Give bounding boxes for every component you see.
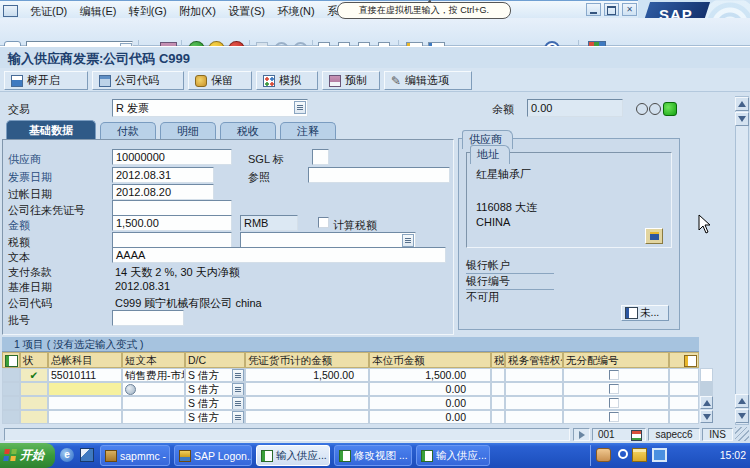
- cell-dc[interactable]: S 借方: [185, 396, 245, 410]
- system-menu-icon[interactable]: [3, 5, 18, 17]
- company-code-button[interactable]: 公司代码: [92, 71, 184, 90]
- cell-local-amount[interactable]: 0.00: [369, 396, 491, 410]
- cell-jurisdiction[interactable]: [505, 410, 563, 424]
- row-status-cell[interactable]: [20, 382, 48, 396]
- assignment-checkbox[interactable]: [609, 370, 619, 380]
- col-doc-amount[interactable]: 凭证货币计的金额: [245, 352, 369, 368]
- park-button[interactable]: 预制: [322, 71, 380, 90]
- cell-dc[interactable]: S 借方: [185, 382, 245, 396]
- cell-short-text[interactable]: [122, 396, 185, 410]
- row-selector[interactable]: [2, 368, 20, 382]
- cell-short-text[interactable]: [122, 410, 185, 424]
- open-items-button[interactable]: 未...: [621, 305, 669, 321]
- cell-account[interactable]: [48, 410, 122, 424]
- tab-details[interactable]: 明细: [160, 122, 216, 139]
- task-change-view[interactable]: 修改视图 ...: [334, 445, 412, 466]
- cell-tax[interactable]: [491, 382, 505, 396]
- tray-status-icon[interactable]: [618, 449, 628, 459]
- tray-monitor-icon[interactable]: [652, 448, 667, 462]
- cell-jurisdiction[interactable]: [505, 382, 563, 396]
- tab-notes[interactable]: 注释: [280, 122, 336, 139]
- cell-account[interactable]: [48, 396, 122, 410]
- invoice-date-input[interactable]: 2012.08.31: [112, 167, 214, 183]
- vendor-input[interactable]: 10000000: [112, 149, 232, 165]
- cross-company-doc-input[interactable]: [112, 200, 232, 216]
- main-scrollbar-track[interactable]: [735, 96, 749, 425]
- cell-short-text[interactable]: 销售费用-市场: [122, 368, 185, 382]
- tree-on-button[interactable]: 树开启: [4, 71, 88, 90]
- cell-doc-amount[interactable]: [245, 382, 369, 396]
- tray-hand-icon[interactable]: [596, 448, 611, 462]
- transaction-select[interactable]: R 发票: [112, 99, 308, 117]
- tab-basic-data[interactable]: 基础数据: [6, 120, 96, 139]
- cell-doc-amount[interactable]: 1,500.00: [245, 368, 369, 382]
- cell-tax[interactable]: [491, 368, 505, 382]
- ie-quicklaunch-icon[interactable]: e: [60, 448, 74, 462]
- dropdown-icon[interactable]: [232, 383, 244, 396]
- lot-number-input[interactable]: [112, 310, 184, 326]
- tax-amount-input[interactable]: [112, 232, 232, 248]
- table-outer-scroll-down-icon[interactable]: [735, 409, 749, 423]
- cell-assignment[interactable]: [563, 368, 669, 382]
- cell-local-amount[interactable]: 1,500.00: [369, 368, 491, 382]
- resize-grip[interactable]: [735, 427, 749, 441]
- cell-doc-amount[interactable]: [245, 410, 369, 424]
- cell-dc[interactable]: S 借方: [185, 410, 245, 424]
- cell-tax[interactable]: [491, 396, 505, 410]
- table-scrollbar-track[interactable]: [700, 368, 713, 382]
- tax-code-select[interactable]: [240, 232, 416, 248]
- assignment-checkbox[interactable]: [609, 384, 619, 394]
- table-scrollbar-thumb[interactable]: [700, 382, 713, 396]
- dropdown-icon[interactable]: [402, 234, 414, 247]
- cell-account[interactable]: [48, 382, 122, 396]
- amount-input[interactable]: 1,500.00: [112, 215, 232, 231]
- cell-assignment[interactable]: [563, 410, 669, 424]
- cell-doc-amount[interactable]: [245, 396, 369, 410]
- row-status-cell[interactable]: ✔: [20, 368, 48, 382]
- status-session-cell[interactable]: 001: [592, 428, 646, 441]
- dropdown-icon[interactable]: [294, 101, 306, 114]
- table-outer-scroll-up-icon[interactable]: [735, 394, 749, 408]
- cell-extra[interactable]: [669, 410, 699, 424]
- table-corner-cell[interactable]: [2, 352, 20, 368]
- col-tax[interactable]: 税: [491, 352, 505, 368]
- tab-payment[interactable]: 付款: [100, 122, 156, 139]
- simulate-button[interactable]: 模拟: [256, 71, 318, 90]
- restore-button[interactable]: [604, 3, 619, 16]
- hold-button[interactable]: 保留: [188, 71, 252, 90]
- cell-account[interactable]: 55010111: [48, 368, 122, 382]
- cell-extra[interactable]: [669, 368, 699, 382]
- status-insert-mode-cell[interactable]: INS: [702, 428, 733, 441]
- main-scroll-up-icon[interactable]: [735, 97, 749, 111]
- cell-short-text[interactable]: [122, 382, 185, 396]
- cell-extra[interactable]: [669, 396, 699, 410]
- cell-dc[interactable]: S 借方: [185, 368, 245, 382]
- editing-options-button[interactable]: ✎ 编辑选项: [384, 71, 472, 90]
- cell-local-amount[interactable]: 0.00: [369, 382, 491, 396]
- row-selector[interactable]: [2, 396, 20, 410]
- task-sap-logon[interactable]: SAP Logon...: [174, 445, 252, 466]
- reference-input[interactable]: [308, 167, 450, 183]
- table-scroll-up-icon[interactable]: [700, 396, 713, 409]
- cell-assignment[interactable]: [563, 382, 669, 396]
- col-short-text[interactable]: 短文本: [122, 352, 185, 368]
- row-selector[interactable]: [2, 382, 20, 396]
- col-dc[interactable]: D/C: [185, 352, 245, 368]
- col-status[interactable]: 状: [20, 352, 48, 368]
- tab-tax[interactable]: 税收: [220, 122, 276, 139]
- posting-date-input[interactable]: 2012.08.20: [112, 184, 214, 200]
- cell-assignment[interactable]: [563, 396, 669, 410]
- dropdown-icon[interactable]: [232, 411, 244, 424]
- col-tax-jurisdiction[interactable]: 税务管辖权代码: [505, 352, 563, 368]
- col-config-cell[interactable]: [669, 352, 699, 368]
- tray-folder-icon[interactable]: [632, 448, 647, 462]
- assignment-checkbox[interactable]: [609, 412, 619, 422]
- cell-extra[interactable]: [669, 382, 699, 396]
- matchcode-icon[interactable]: [125, 384, 136, 395]
- currency-input[interactable]: RMB: [240, 215, 298, 231]
- row-status-cell[interactable]: [20, 410, 48, 424]
- col-assignment[interactable]: 无分配编号: [563, 352, 669, 368]
- cell-tax[interactable]: [491, 410, 505, 424]
- status-expand-cell[interactable]: [573, 428, 590, 441]
- close-button[interactable]: ✕: [622, 3, 637, 16]
